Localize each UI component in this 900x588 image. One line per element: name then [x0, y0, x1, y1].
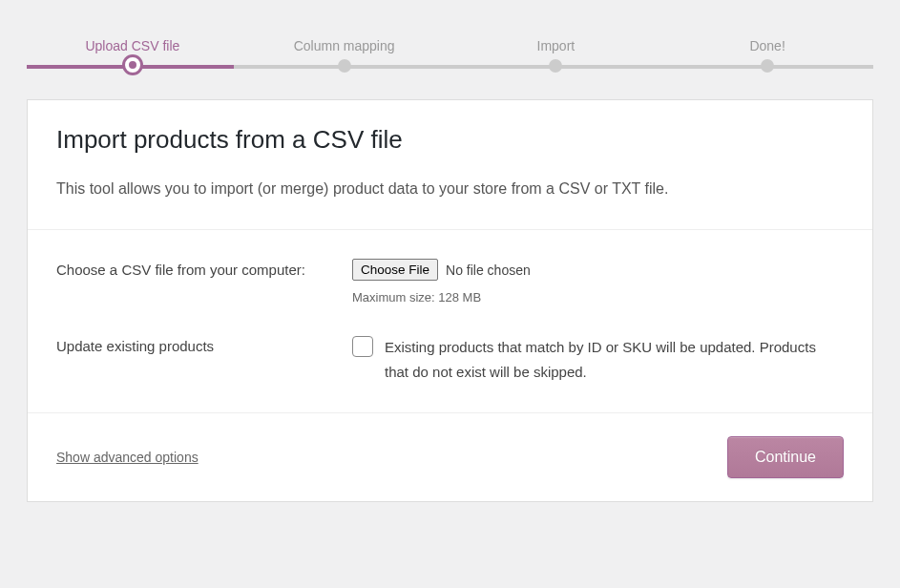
- file-size-hint: Maximum size: 128 MB: [352, 290, 844, 304]
- step-upload: Upload CSV file: [27, 38, 239, 61]
- step-done: Done!: [661, 38, 873, 61]
- step-column-mapping: Column mapping: [239, 38, 450, 61]
- file-control: Choose File No file chosen Maximum size:…: [352, 259, 844, 304]
- update-row: Update existing products Existing produc…: [56, 335, 844, 384]
- step-label: Import: [537, 38, 576, 53]
- step-label: Done!: [749, 38, 785, 53]
- step-dot-icon: [125, 57, 140, 73]
- page-description: This tool allows you to import (or merge…: [56, 178, 844, 200]
- choose-file-button[interactable]: Choose File: [352, 259, 438, 281]
- step-dot-icon: [549, 59, 562, 73]
- update-label: Update existing products: [56, 335, 352, 358]
- step-dot-icon: [761, 59, 774, 73]
- file-status: No file chosen: [446, 262, 531, 278]
- import-card: Import products from a CSV file This too…: [27, 99, 873, 502]
- update-control: Existing products that match by ID or SK…: [352, 335, 844, 384]
- step-label: Column mapping: [294, 38, 395, 53]
- update-description: Existing products that match by ID or SK…: [385, 335, 844, 384]
- file-row: Choose a CSV file from your computer: Ch…: [56, 259, 844, 304]
- card-header: Import products from a CSV file This too…: [28, 100, 872, 229]
- card-footer: Show advanced options Continue: [28, 412, 872, 501]
- step-dot-icon: [338, 59, 351, 73]
- file-label: Choose a CSV file from your computer:: [56, 259, 352, 282]
- step-label: Upload CSV file: [85, 38, 179, 53]
- step-import: Import: [450, 38, 662, 61]
- continue-button[interactable]: Continue: [727, 436, 844, 478]
- show-advanced-link[interactable]: Show advanced options: [56, 450, 199, 465]
- update-existing-checkbox[interactable]: [352, 336, 373, 357]
- file-input[interactable]: Choose File No file chosen: [352, 259, 844, 281]
- card-body: Choose a CSV file from your computer: Ch…: [28, 229, 872, 412]
- progress-wizard: Upload CSV file Column mapping Import Do…: [27, 0, 873, 99]
- page-title: Import products from a CSV file: [56, 125, 844, 155]
